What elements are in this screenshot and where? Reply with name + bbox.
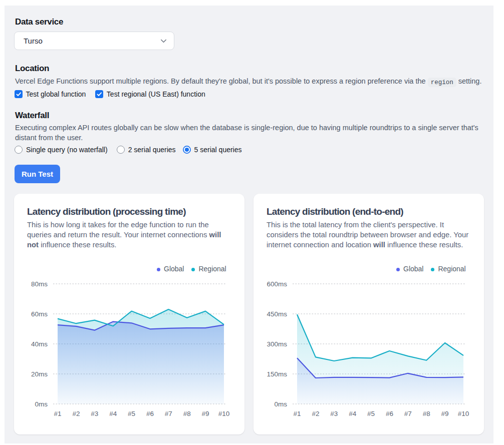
svg-text:#4: #4 (109, 410, 117, 417)
svg-text:150ms: 150ms (267, 370, 287, 378)
svg-text:#7: #7 (165, 410, 172, 417)
svg-text:60ms: 60ms (31, 310, 48, 318)
svg-text:#10: #10 (458, 410, 469, 417)
svg-text:#5: #5 (128, 410, 135, 417)
svg-text:#3: #3 (91, 410, 98, 417)
svg-text:0ms: 0ms (274, 400, 287, 408)
svg-text:#8: #8 (423, 410, 430, 417)
svg-text:#3: #3 (330, 410, 338, 417)
svg-text:80ms: 80ms (31, 280, 48, 288)
svg-text:#6: #6 (146, 410, 154, 417)
svg-text:#6: #6 (386, 410, 393, 417)
svg-text:40ms: 40ms (31, 340, 48, 348)
svg-text:#5: #5 (367, 410, 375, 417)
svg-text:#2: #2 (312, 410, 319, 417)
svg-text:450ms: 450ms (267, 310, 287, 318)
svg-text:#1: #1 (54, 410, 61, 417)
svg-text:600ms: 600ms (267, 280, 287, 288)
svg-text:#9: #9 (202, 410, 209, 417)
svg-text:#10: #10 (218, 410, 230, 417)
svg-text:300ms: 300ms (267, 340, 287, 348)
svg-text:#1: #1 (293, 410, 301, 417)
svg-text:#7: #7 (404, 410, 412, 417)
svg-text:#9: #9 (441, 410, 449, 417)
svg-text:#8: #8 (183, 410, 191, 417)
svg-text:20ms: 20ms (31, 370, 48, 378)
svg-text:#2: #2 (72, 410, 80, 417)
svg-text:#4: #4 (349, 410, 357, 417)
svg-text:0ms: 0ms (35, 400, 48, 408)
